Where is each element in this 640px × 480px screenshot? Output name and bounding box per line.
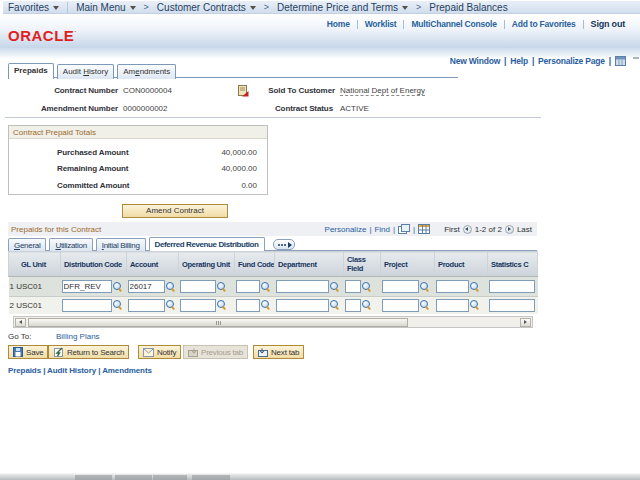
- lookup-icon[interactable]: [113, 282, 123, 292]
- row-2-account-input[interactable]: [128, 299, 165, 312]
- worklist-link[interactable]: Worklist: [365, 19, 397, 29]
- lookup-icon[interactable]: [362, 282, 372, 292]
- amend-contract-button[interactable]: Amend Contract: [122, 204, 228, 218]
- row-2-product-input[interactable]: [436, 299, 469, 312]
- breadcrumb-customer-contracts[interactable]: Customer Contracts: [152, 2, 261, 13]
- notify-icon: [143, 348, 154, 357]
- row-1-department-input[interactable]: [276, 280, 329, 293]
- grid-horizontal-scrollbar[interactable]: [13, 316, 533, 328]
- lookup-icon[interactable]: [470, 300, 480, 310]
- row-1-fund-code-input[interactable]: [236, 280, 260, 293]
- committed-amount-label: Committed Amount: [57, 181, 129, 190]
- col-statistics-code: Statistics C: [488, 252, 538, 277]
- sign-out-link[interactable]: Sign out: [591, 19, 625, 29]
- scroll-right-button[interactable]: [520, 318, 531, 327]
- lookup-icon[interactable]: [420, 300, 430, 310]
- lookup-icon[interactable]: [330, 282, 340, 292]
- favorites-menu[interactable]: Favorites: [3, 2, 64, 13]
- billing-plans-link[interactable]: Billing Plans: [56, 332, 100, 341]
- footer-link-amendments[interactable]: Amendments: [102, 366, 152, 375]
- tab-amendments[interactable]: Amendments: [117, 64, 176, 79]
- sold-to-customer-value[interactable]: National Dept of Energy: [340, 86, 425, 96]
- oracle-logo: ORACLE´: [8, 27, 77, 44]
- subtab-deferred-revenue[interactable]: Deferred Revenue Distribution: [149, 237, 265, 251]
- help-link[interactable]: Help: [510, 56, 528, 66]
- find-link[interactable]: Find: [374, 225, 390, 234]
- col-operating-unit: Operating Unit: [179, 252, 235, 277]
- home-link[interactable]: Home: [327, 19, 350, 29]
- next-tab-button[interactable]: Next tab: [253, 345, 304, 359]
- lookup-icon[interactable]: [217, 282, 227, 292]
- scroll-dash: [633, 57, 639, 59]
- lookup-icon[interactable]: [113, 300, 123, 310]
- committed-amount-value: 0.00: [241, 181, 257, 190]
- lookup-icon[interactable]: [330, 300, 340, 310]
- tab-prepaids[interactable]: Prepaids: [8, 63, 54, 79]
- grid-header-bar: Prepaids for this Contract Personalize| …: [8, 222, 537, 236]
- row-2-fund-code-input[interactable]: [236, 299, 260, 312]
- chevron-down-icon: [53, 6, 59, 10]
- main-menu[interactable]: Main Menu: [71, 2, 140, 13]
- col-project: Project: [381, 252, 435, 277]
- http-icon[interactable]: [615, 56, 626, 66]
- subtab-utilization[interactable]: Utilization: [49, 238, 92, 251]
- row-1-operating-unit-input[interactable]: [180, 280, 216, 293]
- contract-status-label: Contract Status: [210, 104, 333, 113]
- pagination-first: First: [444, 225, 460, 234]
- separator: [357, 20, 358, 29]
- lookup-icon[interactable]: [362, 300, 372, 310]
- lookup-icon[interactable]: [261, 300, 271, 310]
- personalize-page-link[interactable]: Personalize Page: [538, 56, 605, 66]
- subtab-general[interactable]: General: [8, 238, 46, 251]
- lookup-icon[interactable]: [261, 282, 271, 292]
- breadcrumb-determine-price[interactable]: Determine Price and Terms: [272, 2, 413, 13]
- separator: |: [43, 366, 45, 375]
- row-2-class-field-input[interactable]: [345, 299, 361, 312]
- scroll-left-button[interactable]: [15, 318, 26, 327]
- row-1-product-input[interactable]: [436, 280, 469, 293]
- chevron-down-icon: [130, 6, 136, 10]
- row-1-account-input[interactable]: [128, 280, 165, 293]
- show-all-columns-icon[interactable]: [273, 239, 295, 250]
- breadcrumb-prepaid-balances[interactable]: Prepaid Balances: [424, 2, 512, 13]
- breadcrumb-label: Prepaid Balances: [429, 2, 507, 13]
- grid-row-1: 1 USC01: [9, 277, 538, 297]
- row-1-project-input[interactable]: [382, 280, 419, 293]
- save-icon: [13, 347, 23, 357]
- notify-button[interactable]: Notify: [138, 345, 181, 359]
- subtab-initial-billing[interactable]: Initial Billing: [96, 238, 146, 251]
- remaining-amount-label: Remaining Amount: [57, 164, 128, 173]
- row-2-project-input[interactable]: [382, 299, 419, 312]
- tab-audit-history[interactable]: Audit History: [57, 64, 114, 79]
- lookup-icon[interactable]: [420, 282, 430, 292]
- row-1-class-field-input[interactable]: [345, 280, 361, 293]
- col-distribution-code: Distribution Code: [61, 252, 127, 277]
- pagination-range: 1-2 of 2: [475, 225, 502, 234]
- download-grid-icon[interactable]: [418, 224, 430, 234]
- row-2-statistics-code-input[interactable]: [489, 299, 535, 312]
- footer-link-prepaids[interactable]: Prepaids: [8, 366, 41, 375]
- row-2-distribution-code-input[interactable]: [62, 299, 112, 312]
- amendment-number-label: Amendment Number: [0, 104, 118, 113]
- previous-tab-button[interactable]: Previous tab: [183, 345, 248, 359]
- lookup-icon[interactable]: [166, 300, 176, 310]
- footer-link-audit-history[interactable]: Audit History: [47, 366, 96, 375]
- new-window-link[interactable]: New Window: [450, 56, 500, 66]
- row-1-statistics-code-input[interactable]: [489, 280, 535, 293]
- view-all-icon[interactable]: [398, 224, 410, 234]
- personalize-link[interactable]: Personalize: [325, 225, 367, 234]
- multichannel-console-link[interactable]: MultiChannel Console: [411, 19, 496, 29]
- lookup-icon[interactable]: [217, 300, 227, 310]
- row-2-department-input[interactable]: [276, 299, 329, 312]
- return-to-search-button[interactable]: Return to Search: [48, 345, 129, 359]
- row-2-operating-unit-input[interactable]: [180, 299, 216, 312]
- add-to-favorites-link[interactable]: Add to Favorites: [512, 19, 576, 29]
- lookup-icon[interactable]: [166, 282, 176, 292]
- scrollbar-thumb[interactable]: [28, 318, 408, 327]
- sold-to-customer-label: Sold To Customer: [210, 86, 335, 95]
- save-button[interactable]: Save: [8, 345, 48, 359]
- lookup-icon[interactable]: [470, 282, 480, 292]
- row-1-distribution-code-input[interactable]: [62, 280, 112, 293]
- previous-page-button[interactable]: [463, 225, 472, 234]
- next-page-button[interactable]: [505, 225, 514, 234]
